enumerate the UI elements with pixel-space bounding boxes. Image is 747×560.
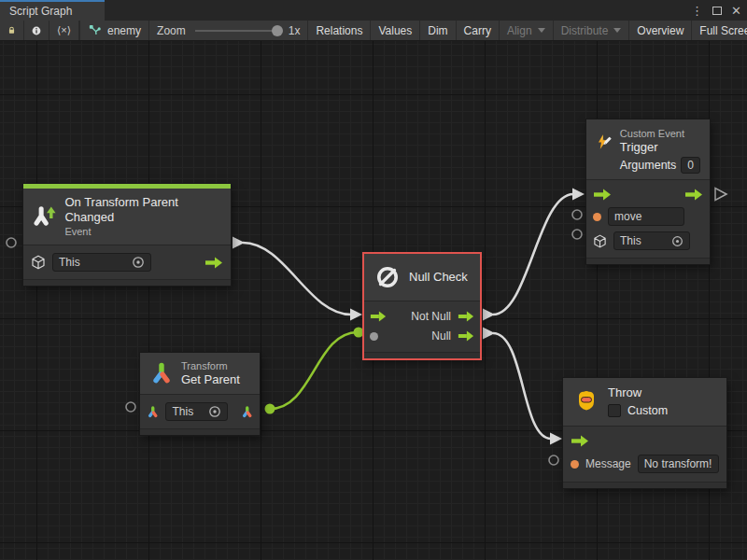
object-picker-icon[interactable]	[671, 235, 684, 247]
flow-input-port[interactable]	[370, 311, 387, 322]
node-title: Get Parent	[181, 372, 240, 387]
graph-name: enemy	[107, 24, 141, 37]
custom-checkbox[interactable]	[608, 404, 621, 417]
field-value: This	[59, 256, 126, 269]
arguments-count-field[interactable]: 0	[681, 157, 700, 174]
unconnected-port-circle[interactable]	[572, 230, 582, 239]
zoom-slider[interactable]	[195, 30, 281, 32]
node-null-check[interactable]: Null Check Not Null Null	[364, 254, 480, 358]
tab-title: Script Graph	[9, 5, 72, 18]
node-custom-event-trigger[interactable]: Custom Event Trigger Arguments 0	[586, 119, 710, 264]
zoom-control: Zoom 1x	[149, 21, 308, 40]
flow-output-port-null[interactable]	[458, 330, 474, 342]
custom-checkbox-label: Custom	[627, 403, 668, 418]
this-target-field[interactable]: This	[165, 402, 227, 421]
graph-canvas[interactable]: On Transform Parent Changed Event This	[0, 41, 747, 560]
node-title: Throw	[608, 385, 668, 400]
node-on-transform-parent-changed[interactable]: On Transform Parent Changed Event This	[23, 184, 231, 286]
message-label: Message	[585, 457, 631, 470]
lock-icon	[7, 24, 16, 36]
graph-breadcrumb[interactable]: enemy	[80, 21, 149, 40]
info-icon	[32, 24, 41, 37]
this-target-field[interactable]: This	[613, 231, 690, 250]
carry-label: Carry	[464, 24, 491, 37]
field-value: move	[614, 210, 678, 223]
dim-button[interactable]: Dim	[420, 21, 456, 40]
unconnected-flow-triangle[interactable]	[715, 189, 726, 201]
distribute-dropdown[interactable]: Distribute	[554, 21, 630, 40]
object-picker-icon[interactable]	[208, 405, 221, 418]
transform-event-icon	[33, 204, 57, 229]
lock-button[interactable]	[0, 21, 24, 40]
fullscreen-label: Full Screen	[699, 24, 747, 37]
wire-end-arrow	[572, 189, 585, 201]
zoom-value: 1x	[289, 24, 301, 37]
message-field[interactable]: No transform!	[638, 455, 719, 473]
message-input-port[interactable]	[571, 460, 579, 469]
transform-output-port-icon[interactable]	[241, 405, 253, 419]
zoom-slider-knob[interactable]	[272, 25, 283, 36]
transform-icon	[149, 361, 174, 385]
overview-button[interactable]: Overview	[629, 21, 692, 40]
unconnected-port-circle[interactable]	[572, 210, 582, 219]
node-category: Custom Event	[620, 127, 700, 140]
this-target-field[interactable]: This	[52, 253, 151, 272]
dim-label: Dim	[428, 24, 447, 37]
chevron-down-icon	[613, 28, 621, 33]
port-label-not-null: Not Null	[411, 310, 451, 323]
window-close-icon[interactable]: ✕	[731, 5, 741, 17]
connection-getparent-to-nullcheck[interactable]	[270, 332, 358, 409]
wire-end-dot	[354, 328, 364, 338]
string-input-port[interactable]	[593, 213, 601, 221]
window-menu-icon[interactable]: ⋮	[691, 5, 703, 17]
field-value: This	[620, 234, 666, 247]
connection-notnull-to-trigger[interactable]	[493, 194, 573, 315]
throw-error-icon	[572, 385, 600, 413]
connection-event-to-nullcheck[interactable]	[243, 243, 351, 315]
carry-button[interactable]: Carry	[457, 21, 500, 40]
value-input-port[interactable]	[370, 332, 378, 341]
flow-input-port[interactable]	[571, 435, 589, 447]
unconnected-port-circle[interactable]	[549, 455, 558, 465]
relations-button[interactable]: Relations	[308, 21, 371, 40]
tab-script-graph[interactable]: Script Graph	[0, 0, 105, 21]
align-dropdown[interactable]: Align	[500, 21, 554, 40]
node-footer	[563, 482, 726, 488]
object-picker-icon[interactable]	[132, 256, 145, 269]
unconnected-port-circle[interactable]	[126, 402, 135, 412]
flow-output-port-not-null[interactable]	[458, 311, 474, 322]
connection-null-to-throw[interactable]	[493, 333, 551, 439]
gameobject-icon	[31, 255, 46, 270]
fullscreen-button[interactable]: Full Screen	[692, 21, 747, 40]
unconnected-port-circle[interactable]	[7, 238, 16, 247]
node-footer	[23, 279, 231, 286]
event-name-field[interactable]: move	[608, 207, 684, 226]
node-title: On Transform Parent Changed	[64, 195, 221, 225]
code-view-button[interactable]: ⟨×⟩	[49, 21, 79, 40]
graph-toolbar: ⟨×⟩ enemy Zoom 1x Relations Values Dim C…	[0, 21, 747, 41]
align-label: Align	[507, 24, 532, 37]
chevron-down-icon	[538, 28, 545, 33]
code-icon: ⟨×⟩	[57, 24, 71, 36]
relations-label: Relations	[316, 24, 362, 37]
flow-output-port[interactable]	[684, 189, 703, 201]
flow-input-port[interactable]	[593, 189, 612, 201]
node-footer	[140, 428, 260, 435]
arguments-label: Arguments	[620, 158, 676, 173]
values-button[interactable]: Values	[371, 21, 420, 40]
node-category: Transform	[181, 359, 240, 372]
wire-end-arrow	[550, 433, 562, 445]
node-subtitle: Event	[64, 225, 221, 238]
values-label: Values	[378, 24, 412, 37]
zoom-label: Zoom	[157, 24, 186, 37]
graph-icon	[88, 23, 102, 37]
node-footer	[364, 352, 480, 358]
node-title: Null Check	[409, 270, 468, 285]
info-button[interactable]	[24, 21, 49, 40]
node-get-parent[interactable]: Transform Get Parent This	[140, 353, 260, 435]
transform-port-icon[interactable]	[147, 405, 159, 419]
node-throw[interactable]: Throw Custom Message No transform!	[563, 378, 726, 488]
window-maximize-icon[interactable]	[712, 7, 722, 15]
flow-output-port[interactable]	[204, 257, 223, 269]
wire-end-arrow	[350, 309, 362, 321]
